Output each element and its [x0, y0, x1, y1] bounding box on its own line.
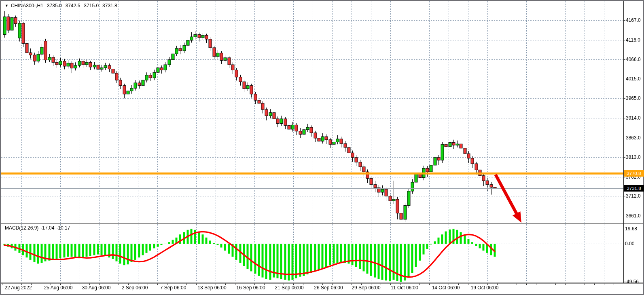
price-tick-label: 3863.0	[626, 135, 641, 141]
price-chart-canvas[interactable]	[0, 0, 644, 295]
macd-tick-label: -49.56	[625, 279, 639, 284]
price-tick-label: 3965.0	[626, 95, 641, 101]
macd-signal-value: -10.17	[56, 225, 70, 231]
bid-price-tag: 3731.8	[624, 185, 644, 192]
time-tick-label: 19 Oct 06:00	[471, 285, 499, 291]
macd-value: -17.04	[40, 225, 54, 231]
price-tick-label: 3813.0	[626, 154, 641, 160]
macd-name: MACD(12,26,9)	[5, 225, 38, 231]
time-tick-label: 2 Sep 06:00	[122, 285, 148, 291]
time-tick-label: 30 Aug 06:00	[82, 285, 111, 291]
price-tick-label: 3712.0	[626, 193, 641, 199]
time-tick-label: 11 Oct 06:00	[391, 285, 418, 291]
time-tick-label: 29 Sep 06:00	[352, 285, 380, 291]
time-tick-label: 21 Sep 06:00	[275, 285, 303, 291]
symbol-timeframe-label: CHINA300-,H1	[11, 3, 43, 8]
time-tick-label: 26 Sep 06:00	[314, 285, 343, 291]
price-tick-label: 4015.0	[626, 76, 641, 82]
time-tick-label: 22 Aug 2022	[4, 285, 32, 291]
ohlc-open: 3735.0	[47, 3, 62, 8]
ohlc-close: 3731.8	[102, 3, 117, 8]
time-tick-label: 16 Sep 06:00	[236, 285, 265, 291]
time-tick-label: 25 Aug 06:00	[44, 285, 73, 291]
macd-tick-label: 0.00	[625, 241, 634, 247]
hline-price-tag: 3770.8	[624, 170, 644, 177]
macd-indicator-label: MACD(12,26,9)-17.04-10.17	[5, 225, 70, 231]
ohlc-low: 3715.0	[84, 3, 99, 8]
time-tick-label: 13 Sep 06:00	[197, 285, 226, 291]
price-tick-label: 4167.0	[626, 17, 641, 23]
time-tick-label: 7 Sep 06:00	[160, 285, 186, 291]
price-tick-label: 3914.0	[626, 115, 641, 121]
price-tick-label: 4066.0	[626, 57, 641, 62]
chart-window: ▼CHINA300-,H13735.03742.53715.03731.8 MA…	[0, 0, 644, 295]
ohlc-high: 3742.5	[66, 3, 80, 8]
price-tick-label: 3661.0	[626, 213, 641, 219]
symbol-expander-icon[interactable]: ▼	[5, 4, 8, 8]
price-tick-label: 4116.0	[626, 37, 640, 43]
macd-tick-label: 19.68	[625, 226, 637, 232]
time-tick-label: 14 Oct 06:00	[432, 285, 460, 291]
symbol-header: ▼CHINA300-,H13735.03742.53715.03731.8	[5, 3, 117, 8]
